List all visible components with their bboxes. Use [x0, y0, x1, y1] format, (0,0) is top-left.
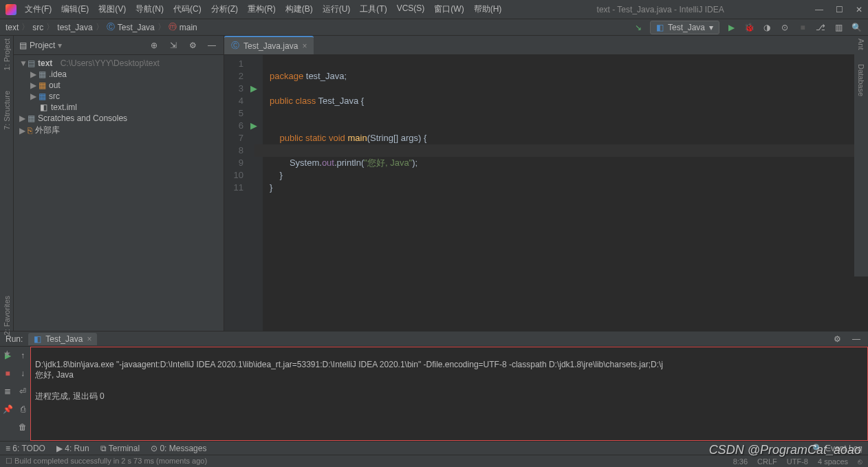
print-icon[interactable]: ⎙	[17, 403, 29, 415]
editor-area: Ⓒ Test_Java.java × 12 ▶3 45 ▶6 7891011 ✓…	[224, 36, 868, 331]
navbar: text〉 src〉 test_Java〉 ⒸTest_Java〉 ⓜmain …	[0, 19, 868, 36]
folder-icon: ▤	[19, 41, 27, 50]
menu-analyze[interactable]: 分析(Z)	[207, 2, 242, 17]
menu-edit[interactable]: 编辑(E)	[57, 2, 93, 17]
coverage-icon[interactable]: ◑	[761, 21, 773, 34]
status-caret[interactable]: 8:36	[733, 457, 748, 466]
tab-todo[interactable]: ≡ 6: TODO	[6, 444, 45, 453]
tree-external-libs[interactable]: ▶⎘外部库	[14, 124, 224, 137]
app-icon	[6, 4, 17, 15]
breadcrumb: text〉 src〉 test_Java〉 ⒸTest_Java〉 ⓜmain	[6, 21, 197, 33]
watermark: CSDN @ProgramCat_aoao	[709, 443, 861, 457]
up-icon[interactable]: ↑	[17, 349, 29, 362]
project-title: Project	[30, 41, 55, 50]
project-tree: ▼▤ text C:\Users\YYY\Desktop\text ▶▦.ide…	[14, 55, 224, 140]
crumb-src[interactable]: src	[32, 23, 43, 32]
left-tool-rail: 1: Project 7: Structure	[0, 36, 14, 331]
tree-src[interactable]: ▶▦src	[14, 91, 224, 102]
editor-tab[interactable]: Ⓒ Test_Java.java ×	[224, 36, 314, 54]
search-everywhere-icon[interactable]: 🔍	[850, 21, 862, 34]
star-icon[interactable]: ★	[3, 349, 11, 358]
right-tool-rail: Ant Database	[854, 36, 868, 276]
rail-database[interactable]: Database	[857, 64, 865, 96]
tree-out[interactable]: ▶▦out	[14, 80, 224, 91]
stop-icon[interactable]: ■	[796, 21, 809, 34]
crumb-pkg[interactable]: test_Java	[57, 23, 92, 32]
tab-run[interactable]: ▶ 4: Run	[56, 444, 89, 453]
tab-close-icon[interactable]: ×	[302, 41, 307, 51]
status-encoding[interactable]: UTF-8	[787, 457, 808, 466]
run-tab[interactable]: ◧Test_Java×	[28, 333, 97, 345]
select-opened-icon[interactable]: ⊕	[148, 39, 160, 52]
tree-iml[interactable]: ◧text.iml	[14, 102, 224, 113]
status-lock-icon[interactable]: ⎋	[858, 457, 862, 466]
gutter: 12 ▶3 45 ▶6 7891011	[224, 55, 254, 331]
trash-icon[interactable]: 🗑	[17, 421, 29, 433]
main-menu: 文件(F) 编辑(E) 视图(V) 导航(N) 代码(C) 分析(Z) 重构(R…	[21, 2, 506, 17]
profiler-icon[interactable]: ⊙	[779, 21, 791, 34]
tree-root[interactable]: ▼▤ text C:\Users\YYY\Desktop\text	[14, 58, 224, 69]
tab-label: Test_Java.java	[243, 41, 298, 51]
down-icon[interactable]: ↓	[17, 367, 29, 380]
run-config-combo[interactable]: ◧ Test_Java ▾	[650, 21, 719, 34]
run-panel: Run: ◧Test_Java× ⚙ — ▶ ■ ≣ 📌 ↑ ↓ ⏎ ⎙ 🗑 D…	[0, 331, 868, 441]
gear-icon[interactable]: ⚙	[831, 333, 843, 345]
hide-icon[interactable]: —	[850, 333, 862, 345]
console-output[interactable]: D:\jdk1.8\bin\java.exe "-javaagent:D:\In…	[30, 347, 868, 441]
menu-run[interactable]: 运行(U)	[318, 2, 355, 17]
pin-icon[interactable]: 📌	[1, 403, 14, 415]
status-indent[interactable]: 4 spaces	[818, 457, 848, 466]
gear-icon[interactable]: ⚙	[186, 39, 199, 52]
stop-icon[interactable]: ■	[1, 367, 14, 380]
menu-file[interactable]: 文件(F)	[21, 2, 56, 17]
status-line-sep[interactable]: CRLF	[757, 457, 777, 466]
soft-wrap-icon[interactable]: ⏎	[17, 385, 29, 398]
chevron-down-icon: ▾	[709, 23, 713, 32]
close-icon[interactable]: ✕	[856, 5, 862, 14]
expand-all-icon[interactable]: ⇲	[167, 39, 180, 52]
git-icon[interactable]: ⎇	[814, 21, 827, 34]
menu-vcs[interactable]: VCS(S)	[393, 2, 429, 17]
menu-navigate[interactable]: 导航(N)	[131, 2, 168, 17]
menu-view[interactable]: 视图(V)	[94, 2, 130, 17]
status-msg: ☐ Build completed successfully in 2 s 73…	[6, 457, 207, 466]
rail-structure[interactable]: 7: Structure	[3, 91, 11, 130]
debug-icon[interactable]: 🐞	[743, 21, 755, 34]
project-structure-icon[interactable]: ▥	[832, 21, 845, 34]
menu-refactor[interactable]: 重构(R)	[243, 2, 280, 17]
tree-scratches[interactable]: ▶▦Scratches and Consoles	[14, 113, 224, 124]
layout-icon[interactable]: ≣	[1, 385, 14, 398]
menu-window[interactable]: 窗口(W)	[430, 2, 468, 17]
chevron-down-icon[interactable]: ▾	[58, 41, 62, 50]
crumb-text[interactable]: text	[6, 23, 19, 32]
build-hammer-icon[interactable]: ↘	[632, 21, 644, 34]
rail-favorites[interactable]: 2: Favorites	[3, 296, 11, 335]
menu-build[interactable]: 构建(B)	[281, 2, 317, 17]
hide-icon[interactable]: —	[206, 39, 218, 52]
tab-terminal[interactable]: ⧉ Terminal	[100, 444, 140, 453]
crumb-method[interactable]: main	[180, 23, 197, 32]
menu-tools[interactable]: 工具(T)	[356, 2, 391, 17]
run-gutter-icon[interactable]: ▶	[250, 120, 257, 132]
crumb-class[interactable]: Test_Java	[118, 23, 155, 32]
run-icon[interactable]: ▶	[725, 21, 737, 34]
project-panel: ▤Project ▾ ⊕ ⇲ ⚙ — ▼▤ text C:\Users\YYY\…	[14, 36, 224, 331]
window-title: text - Test_Java.java - IntelliJ IDEA	[506, 5, 815, 14]
menu-help[interactable]: 帮助(H)	[470, 2, 506, 17]
code-editor[interactable]: 12 ▶3 45 ▶6 7891011 ✓package test_Java; …	[224, 55, 868, 331]
tree-idea[interactable]: ▶▦.idea	[14, 69, 224, 80]
rail-ant[interactable]: Ant	[857, 39, 865, 50]
rail-project[interactable]: 1: Project	[3, 39, 11, 70]
maximize-icon[interactable]: ☐	[836, 5, 843, 14]
fav-rail: 2: Favorites ★	[0, 296, 14, 358]
tab-messages[interactable]: ⊙ 0: Messages	[151, 444, 206, 453]
titlebar: 文件(F) 编辑(E) 视图(V) 导航(N) 代码(C) 分析(Z) 重构(R…	[0, 0, 868, 19]
minimize-icon[interactable]: —	[815, 5, 823, 14]
menu-code[interactable]: 代码(C)	[169, 2, 206, 17]
run-gutter-icon[interactable]: ▶	[250, 83, 257, 95]
